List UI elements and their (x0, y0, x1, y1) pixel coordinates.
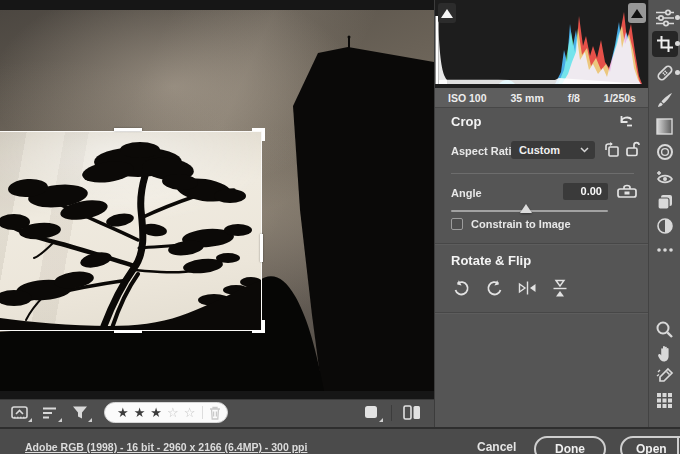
cancel-button[interactable]: Cancel (477, 440, 516, 454)
exif-aperture: f/8 (568, 92, 580, 104)
straighten-tool-icon[interactable] (616, 182, 638, 200)
rating-star[interactable]: ★ (117, 406, 129, 419)
adjustment-brush-tool-icon[interactable] (652, 87, 678, 113)
more-tools-icon[interactable] (652, 237, 678, 263)
trash-icon[interactable] (209, 406, 221, 420)
presets-tool-icon[interactable] (652, 189, 678, 215)
export-icon[interactable] (8, 402, 32, 424)
aspect-ratio-select[interactable]: Custom (511, 141, 595, 159)
rotate-crop-icon[interactable] (603, 141, 621, 159)
open-button[interactable]: Open (620, 436, 680, 454)
divider (435, 243, 648, 244)
photo-preview[interactable] (0, 10, 434, 391)
filter-icon[interactable] (68, 402, 92, 424)
angle-label: Angle (451, 187, 482, 199)
rating-star[interactable]: ☆ (184, 406, 196, 419)
flip-vertical-icon[interactable] (548, 276, 572, 300)
flip-horizontal-icon[interactable] (515, 276, 539, 300)
sort-icon[interactable] (38, 402, 62, 424)
exif-shutter: 1/250s (604, 92, 636, 104)
rotate-flip-title: Rotate & Flip (451, 253, 531, 268)
toolbar-divider (391, 405, 392, 421)
divider (451, 173, 634, 174)
crop-overlay[interactable] (0, 131, 262, 331)
angle-slider-thumb[interactable] (520, 204, 532, 213)
crop-handle-top-right[interactable] (252, 128, 265, 141)
crop-handle-right[interactable] (260, 234, 263, 262)
zoom-tool-icon[interactable] (652, 316, 678, 342)
camera-raw-window: ★ ★ ★ ☆ ☆ (0, 0, 680, 454)
open-button-label: Open (622, 442, 677, 454)
graduated-filter-tool-icon[interactable] (652, 113, 678, 139)
footer-bar: Adobe RGB (1998) - 16 bit - 2960 x 2166 … (0, 427, 680, 454)
rating-star[interactable]: ☆ (167, 406, 179, 419)
histogram[interactable] (435, 0, 649, 88)
rating-divider (202, 406, 203, 419)
image-settings-link[interactable]: Adobe RGB (1998) - 16 bit - 2960 x 2166 … (25, 441, 307, 453)
exif-bar: ISO 100 35 mm f/8 1/250s (435, 88, 649, 108)
color-sampler-tool-icon[interactable] (652, 363, 678, 389)
snapshots-tool-icon[interactable] (652, 213, 678, 239)
rotate-right-icon[interactable] (482, 276, 506, 300)
grid-overlay-tool-icon[interactable] (652, 387, 678, 413)
rating-widget: ★ ★ ★ ☆ ☆ (104, 402, 228, 423)
constrain-checkbox[interactable] (451, 218, 463, 230)
crop-handle-bottom-right[interactable] (252, 320, 265, 333)
exif-focal-length: 35 mm (510, 92, 543, 104)
aspect-ratio-value: Custom (519, 144, 580, 156)
rotate-left-icon[interactable] (449, 276, 473, 300)
constrain-to-image-row[interactable]: Constrain to Image (451, 218, 571, 230)
crop-tool-icon[interactable] (652, 31, 678, 57)
divider (435, 312, 648, 313)
rotate-flip-buttons (449, 276, 581, 300)
reset-crop-icon[interactable] (617, 112, 635, 130)
done-button[interactable]: Done (534, 436, 606, 454)
aspect-ratio-label: Aspect Ratio (451, 145, 518, 157)
exif-iso: ISO 100 (448, 92, 487, 104)
filmstrip-toolbar: ★ ★ ★ ☆ ☆ (0, 399, 434, 425)
crop-handle-top[interactable] (114, 128, 142, 131)
radial-filter-tool-icon[interactable] (652, 139, 678, 165)
before-after-icon[interactable] (400, 402, 424, 424)
edit-tool-icon[interactable] (652, 5, 678, 31)
tree-silhouette (0, 132, 262, 331)
angle-slider[interactable] (451, 206, 608, 216)
crop-section-title: Crop (451, 114, 481, 129)
angle-input[interactable]: 0.00 (563, 183, 608, 200)
chevron-down-icon (580, 147, 589, 153)
rating-star[interactable]: ★ (150, 406, 162, 419)
preview-settings-icon[interactable] (359, 402, 383, 424)
spot-removal-tool-icon[interactable] (652, 60, 678, 86)
highlight-clipping-icon[interactable] (628, 3, 646, 23)
shadow-clipping-icon[interactable] (438, 3, 456, 23)
tool-strip (648, 0, 680, 427)
adjustments-panel: ISO 100 35 mm f/8 1/250s Crop Aspect Rat… (434, 0, 648, 427)
lock-icon[interactable] (625, 140, 641, 158)
constrain-label: Constrain to Image (471, 218, 571, 230)
photo-canvas-area[interactable]: ★ ★ ★ ☆ ☆ (0, 0, 434, 399)
crop-handle-bottom[interactable] (114, 330, 142, 333)
red-eye-tool-icon[interactable] (652, 164, 678, 190)
rating-star[interactable]: ★ (134, 406, 146, 419)
